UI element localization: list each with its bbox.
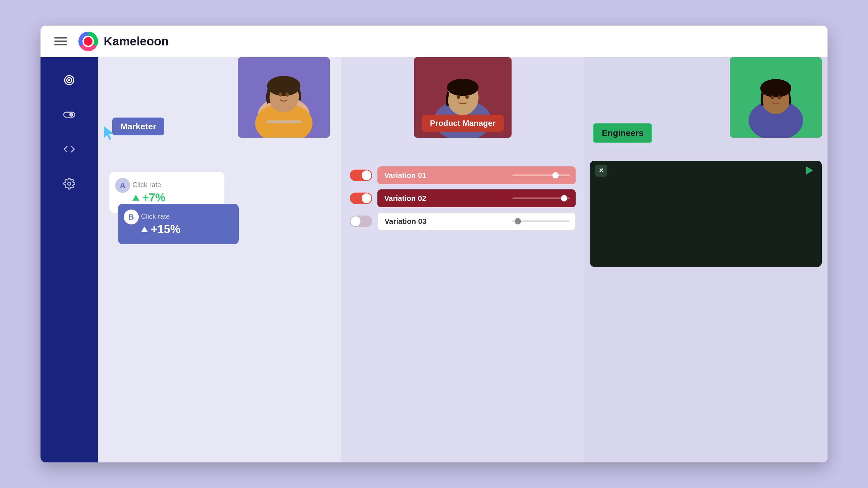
variation-03-label: Variation 03 bbox=[384, 217, 427, 226]
role-badge-product: Product Manager bbox=[422, 115, 504, 132]
slider-thumb-02[interactable] bbox=[561, 195, 567, 201]
variation-row-01: Variation 01 bbox=[350, 166, 576, 184]
metric-a-value: +7% bbox=[132, 191, 214, 204]
panel-engineers: Engineers ✕ bbox=[584, 57, 828, 462]
variation-bar-03: Variation 03 bbox=[377, 212, 576, 230]
variation-row-02: Variation 02 bbox=[350, 190, 576, 207]
app-title: Kameleoon bbox=[104, 34, 168, 48]
svg-rect-14 bbox=[267, 120, 301, 123]
svg-point-11 bbox=[267, 76, 301, 96]
variation-bar-02: Variation 02 bbox=[377, 190, 576, 207]
up-arrow-a bbox=[132, 195, 139, 201]
browser-header: Kameleoon bbox=[40, 26, 828, 57]
svg-point-5 bbox=[68, 182, 71, 185]
variation-02-label: Variation 02 bbox=[384, 194, 426, 203]
slider-thumb-03[interactable] bbox=[515, 218, 521, 225]
hamburger-menu-icon[interactable] bbox=[54, 37, 67, 46]
svg-point-4 bbox=[70, 113, 73, 116]
variation-row-03: Variation 03 bbox=[350, 212, 576, 230]
svg-point-20 bbox=[447, 79, 478, 96]
browser-body: Marketer A Click rate +7% B Click rate bbox=[40, 57, 828, 462]
main-content: Marketer A Click rate +7% B Click rate bbox=[98, 57, 828, 462]
svg-point-13 bbox=[285, 92, 289, 96]
toggle-var02[interactable] bbox=[350, 193, 372, 204]
sidebar-item-settings[interactable] bbox=[61, 175, 78, 192]
role-badge-engineers: Engineers bbox=[593, 123, 652, 143]
circle-b: B bbox=[124, 209, 139, 225]
variations-container: Variation 01 Variation 02 bbox=[350, 166, 576, 230]
role-badge-marketer: Marketer bbox=[112, 118, 164, 135]
panel-product-manager: Product Manager Variation 01 bbox=[341, 57, 585, 462]
metric-b-label: Click rate bbox=[141, 212, 228, 221]
browser-window: Kameleoon bbox=[40, 26, 828, 462]
person-image-engineers bbox=[730, 57, 822, 138]
svg-point-27 bbox=[771, 95, 774, 99]
svg-point-28 bbox=[777, 95, 781, 99]
variation-bar-01: Variation 01 bbox=[377, 166, 576, 184]
dark-card: ✕ bbox=[590, 161, 822, 267]
variation-01-label: Variation 01 bbox=[384, 171, 426, 180]
close-button[interactable]: ✕ bbox=[595, 165, 607, 177]
svg-point-22 bbox=[465, 95, 469, 99]
up-arrow-b bbox=[141, 227, 148, 232]
metric-card-b: B Click rate +15% bbox=[118, 204, 239, 244]
sidebar-item-toggle[interactable] bbox=[61, 106, 78, 123]
sidebar-item-targeting[interactable] bbox=[61, 71, 78, 89]
metric-b-value: +15% bbox=[141, 223, 228, 236]
logo-area: Kameleoon bbox=[79, 32, 168, 51]
play-icon bbox=[803, 165, 815, 177]
svg-point-12 bbox=[279, 92, 282, 96]
person-image-marketer bbox=[238, 57, 330, 138]
sidebar bbox=[40, 57, 98, 462]
slider-thumb-01[interactable] bbox=[552, 172, 559, 178]
svg-point-21 bbox=[457, 95, 460, 99]
toggle-var01[interactable] bbox=[350, 170, 372, 181]
circle-a: A bbox=[115, 178, 130, 193]
svg-point-2 bbox=[69, 80, 70, 81]
svg-marker-29 bbox=[806, 166, 813, 174]
svg-point-26 bbox=[760, 79, 791, 97]
panel-marketer: Marketer A Click rate +7% B Click rate bbox=[98, 57, 341, 462]
metric-a-label: Click rate bbox=[132, 181, 214, 189]
logo-icon bbox=[79, 32, 98, 51]
toggle-var03[interactable] bbox=[350, 216, 372, 227]
sidebar-item-code[interactable] bbox=[61, 141, 78, 158]
